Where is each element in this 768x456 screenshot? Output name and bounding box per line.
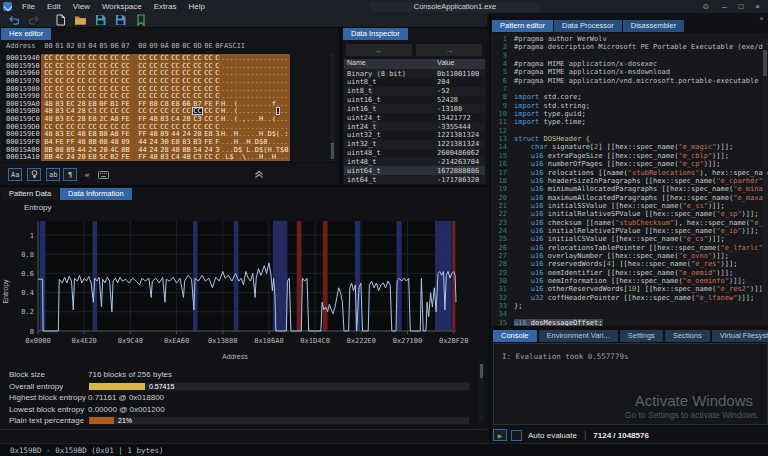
code-line[interactable]: 14 char signature[2] [[hex::spec_name("e…: [491, 143, 768, 151]
hex-row[interactable]: 00015A00: 8B08894424204C8B442428488B5424…: [0, 146, 338, 154]
inspector-row[interactable]: uint32_t 1221381324: [344, 131, 485, 140]
open-file-icon[interactable]: [74, 14, 87, 26]
menu-view[interactable]: View: [67, 0, 96, 13]
hex-byte[interactable]: 4C: [54, 153, 65, 161]
code-line[interactable]: 28 u16 reservedWords[4] [[hex::spec_name…: [491, 260, 768, 268]
code-line[interactable]: 30 u16 oemInformation [[hex::spec_name("…: [491, 277, 768, 285]
hex-row[interactable]: 00015980: CCCCCCCCCCCCCCCCCCCCCCCCCCCCCC…: [0, 85, 338, 93]
code-line[interactable]: 3: [491, 52, 768, 60]
minimize-button[interactable]: –: [716, 0, 732, 13]
collapse-chevron-icon[interactable]: [248, 168, 270, 181]
hex-row[interactable]: 00015990: CCCCCCCCCCCCCCCCCCCCCCCCCCCCCC…: [0, 92, 338, 100]
tab-disassembler[interactable]: Disassembler: [623, 20, 684, 32]
inspector-row[interactable]: int16_t -13108: [344, 104, 485, 113]
bottom-left-scrollbar[interactable]: [479, 362, 484, 422]
tab-console[interactable]: Console: [493, 330, 537, 342]
tab-virtual-filesyst[interactable]: Virtual Filesyst...: [712, 330, 768, 342]
new-file-icon[interactable]: [54, 14, 67, 26]
font-settings-button[interactable]: Aa: [8, 168, 22, 181]
inspector-row[interactable]: int24_t -3355444: [344, 122, 485, 131]
hex-row[interactable]: 000159F0: B4FEFF488B084889442430E883B3FE…: [0, 138, 338, 146]
code-line[interactable]: 29 u16 oemIdentifier [[hex::spec_name("e…: [491, 269, 768, 277]
code-line[interactable]: 13struct DOSHeader {: [491, 135, 768, 143]
code-line[interactable]: 23 u16 checksum [[name("stubChecksum"), …: [491, 219, 768, 227]
tab-pattern-editor[interactable]: Pattern editor: [492, 20, 553, 32]
code-line[interactable]: 12: [491, 127, 768, 135]
inspector-back-button[interactable]: ←: [346, 44, 412, 56]
undo-icon[interactable]: [7, 14, 20, 26]
code-line[interactable]: 20 u16 maximumAllocatedParagraphs [[hex:…: [491, 194, 768, 202]
hex-byte[interactable]: 48: [181, 153, 192, 161]
highlight-bulb-button[interactable]: [27, 168, 41, 181]
hex-byte[interactable]: E8: [87, 153, 98, 161]
ascii-toggle-button[interactable]: ab: [46, 168, 60, 181]
code-line[interactable]: 11import type.time;: [491, 118, 768, 126]
code-line[interactable]: 15 u16 extraPageSize [[hex::spec_name("e…: [491, 152, 768, 160]
inspector-row[interactable]: Binary (8 bit) 0b11001100: [344, 69, 485, 78]
run-pattern-button[interactable]: ▶: [493, 429, 507, 441]
tab-hex-editor[interactable]: Hex editor: [1, 28, 51, 40]
tab-environment-vari[interactable]: Environment Vari...: [539, 330, 618, 342]
tab-pattern-data[interactable]: Pattern Data: [1, 188, 59, 200]
entropy-chart[interactable]: 00.20.40.60.810x00000x4E200x9C400xEA600x…: [0, 213, 487, 367]
code-line[interactable]: 10import type.guid;: [491, 110, 768, 118]
redo-icon[interactable]: [27, 14, 40, 26]
hex-byte[interactable]: C4: [170, 153, 181, 161]
inspector-row[interactable]: uint48_t 2600486062: [344, 149, 485, 158]
inspector-row[interactable]: uint64_t 1672888086: [344, 166, 485, 175]
dock-close-icon[interactable]: ×: [759, 14, 764, 23]
pattern-code-editor[interactable]: 1#pragma author WerWolv2#pragma descript…: [491, 33, 768, 326]
feedback-icon[interactable]: ☺: [696, 0, 716, 13]
byte-swap-icon[interactable]: ⇄: [80, 168, 94, 181]
inspector-row[interactable]: uint24_t 13421772: [344, 113, 485, 122]
tab-settings[interactable]: Settings: [620, 330, 663, 342]
code-line[interactable]: 33};: [491, 302, 768, 310]
code-line[interactable]: 17 u16 relocations [[name("stubRelocatio…: [491, 169, 768, 177]
code-line[interactable]: 26 u16 relocationsTablePointer [[hex::sp…: [491, 244, 768, 252]
bookmark-icon[interactable]: [134, 14, 147, 26]
hex-rows[interactable]: 00015940: CCCCCCCCCCCCCCCCCCCCCCCCCCCCCC…: [0, 54, 338, 161]
code-line[interactable]: 24 u16 initialRelativeIPValue [[hex::spe…: [491, 227, 768, 235]
save-as-icon[interactable]: [114, 14, 127, 26]
hex-byte[interactable]: 83: [159, 153, 170, 161]
hex-row[interactable]: 000159B0: 4883C428C3CCCCCCCCCCCCCCCCCCCC…: [0, 107, 338, 115]
hex-row[interactable]: 000159A0: 4883EC28E80FB1FEFF88C8E866B7FE…: [0, 100, 338, 108]
maximize-button[interactable]: □: [732, 0, 749, 13]
inspector-row[interactable]: int64_t -171786320: [344, 175, 485, 184]
hex-byte[interactable]: 24: [65, 153, 76, 161]
pattern-editor-scrollbar[interactable]: [763, 38, 767, 323]
hex-byte[interactable]: 48: [148, 153, 159, 161]
save-icon[interactable]: [94, 14, 107, 26]
hex-row[interactable]: 00015940: CCCCCCCCCCCCCCCCCCCCCCCCCCCCCC…: [0, 54, 338, 62]
code-line[interactable]: 35u16 dosMessageOffset;: [491, 319, 768, 326]
hex-byte[interactable]: 5C: [98, 153, 109, 161]
inspector-row[interactable]: int32_t 1221381324: [344, 140, 485, 149]
code-line[interactable]: 8import std.core;: [491, 93, 768, 101]
encoding-button[interactable]: ¶: [63, 168, 77, 181]
code-line[interactable]: 27 u16 overlayNumber [[hex::spec_name("e…: [491, 252, 768, 260]
code-line[interactable]: 34: [491, 310, 768, 318]
code-line[interactable]: 22 u16 initialRelativeSPValue [[hex::spe…: [491, 210, 768, 218]
code-line[interactable]: 32 u32 coffHeaderPointer [[hex::spec_nam…: [491, 294, 768, 302]
menu-help[interactable]: Help: [182, 0, 210, 13]
hex-byte[interactable]: B2: [109, 153, 120, 161]
hex-row[interactable]: 000159C0: 4883EC28E82CA8FEFF4883C428C3CC…: [0, 115, 338, 123]
menu-file[interactable]: File: [16, 0, 41, 13]
code-line[interactable]: 5#pragma MIME application/x-msdownload: [491, 68, 768, 76]
inspector-row[interactable]: uint16_t 52428: [344, 96, 485, 105]
code-line[interactable]: 21 u16 initialSSValue [[hex::spec_name("…: [491, 202, 768, 210]
hex-row[interactable]: 000159E0: 4883EC48E8B8A8FEFF4889442428E8…: [0, 130, 338, 138]
code-line[interactable]: 9import std.string;: [491, 102, 768, 110]
tab-data-inspector[interactable]: Data Inspector: [343, 28, 408, 40]
hex-ascii-char[interactable]: .: [284, 153, 288, 161]
inspector-forward-button[interactable]: →: [416, 44, 482, 56]
code-line[interactable]: 1#pragma author WerWolv: [491, 35, 768, 43]
hex-row[interactable]: 00015970: CCCCCCCCCCCCCCCCCCCCCCCCCCCCCC…: [0, 77, 338, 85]
hex-byte[interactable]: FF: [137, 153, 148, 161]
hex-row[interactable]: 00015950: CCCCCCCCCCCCCCCCCCCCCCCCCCCCCC…: [0, 62, 338, 70]
keyboard-icon[interactable]: [96, 168, 111, 181]
hex-byte[interactable]: C3: [192, 153, 203, 161]
hex-row[interactable]: 00015960: CCCCCCCCCCCCCCCCCCCCCCCCCCCCCC…: [0, 69, 338, 77]
inspector-row[interactable]: int48_t -214263704: [344, 157, 485, 166]
hex-row[interactable]: 00015A10: 8B4C2420E85CB2FEFF4883C448C3CC…: [0, 153, 338, 161]
